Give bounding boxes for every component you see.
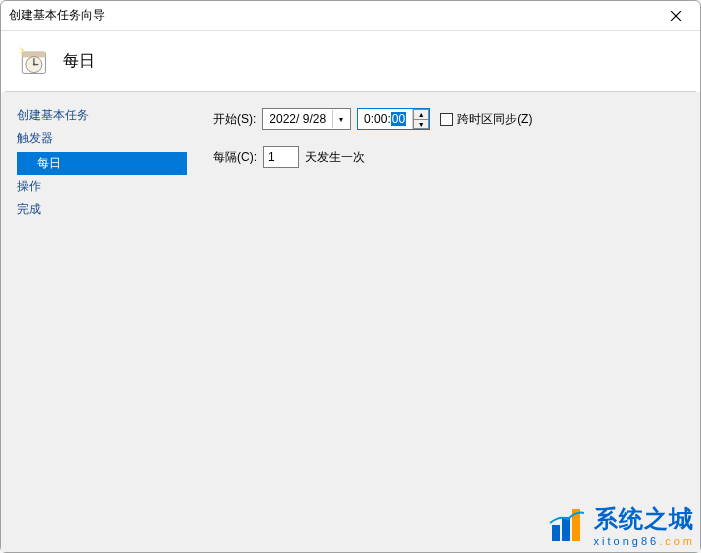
start-row: 开始(S): 2022/ 9/28 ▾ 0:00:00 ▲ ▼ — [213, 108, 688, 130]
svg-rect-10 — [562, 517, 570, 541]
interval-suffix: 天发生一次 — [305, 149, 365, 166]
watermark-sub-text: xitong86.com — [594, 535, 695, 547]
window-title: 创建基本任务向导 — [9, 7, 105, 24]
time-input[interactable]: 0:00:00 ▲ ▼ — [357, 108, 430, 130]
date-dropdown-button[interactable]: ▾ — [332, 110, 348, 128]
interval-row: 每隔(C): 天发生一次 — [213, 146, 688, 168]
main-panel: 开始(S): 2022/ 9/28 ▾ 0:00:00 ▲ ▼ — [201, 92, 700, 552]
interval-input[interactable] — [263, 146, 299, 168]
sidebar-item-trigger[interactable]: 触发器 — [17, 127, 201, 150]
watermark-main-text: 系统之城 — [594, 503, 695, 535]
date-value: 2022/ 9/28 — [269, 112, 326, 126]
spinner-down-button[interactable]: ▼ — [413, 119, 429, 129]
sync-timezone-checkbox[interactable]: 跨时区同步(Z) — [440, 111, 532, 128]
sync-timezone-label: 跨时区同步(Z) — [457, 111, 532, 128]
sidebar-item-action[interactable]: 操作 — [17, 175, 201, 198]
start-label: 开始(S): — [213, 111, 256, 128]
checkbox-box — [440, 113, 453, 126]
page-title: 每日 — [63, 51, 95, 72]
watermark-text: 系统之城 xitong86.com — [594, 503, 695, 547]
close-button[interactable] — [656, 3, 696, 29]
sidebar-item-daily[interactable]: 每日 — [17, 152, 187, 175]
sidebar: 创建基本任务 触发器 每日 操作 完成 — [1, 92, 201, 552]
date-input[interactable]: 2022/ 9/28 ▾ — [262, 108, 351, 130]
clock-calendar-icon — [17, 45, 49, 77]
header-section: 每日 — [1, 31, 700, 91]
interval-label: 每隔(C): — [213, 149, 257, 166]
time-prefix: 0:00: — [364, 112, 391, 126]
titlebar: 创建基本任务向导 — [1, 1, 700, 31]
spinner-up-button[interactable]: ▲ — [413, 109, 429, 119]
sidebar-item-create-task[interactable]: 创建基本任务 — [17, 104, 201, 127]
watermark-logo-icon — [548, 505, 588, 545]
content-area: 创建基本任务 触发器 每日 操作 完成 开始(S): 2022/ 9/28 ▾ … — [1, 92, 700, 552]
chevron-up-icon: ▲ — [418, 111, 425, 118]
chevron-down-icon: ▾ — [339, 115, 343, 124]
wizard-window: 创建基本任务向导 每日 创建基本任务 触发器 每日 — [0, 0, 701, 553]
watermark: 系统之城 xitong86.com — [548, 503, 695, 547]
close-icon — [671, 11, 681, 21]
chevron-down-icon: ▼ — [418, 121, 425, 128]
time-spinner: ▲ ▼ — [412, 109, 429, 129]
svg-rect-9 — [552, 525, 560, 541]
sidebar-item-finish[interactable]: 完成 — [17, 198, 201, 221]
time-selected-seconds: 00 — [391, 112, 406, 126]
